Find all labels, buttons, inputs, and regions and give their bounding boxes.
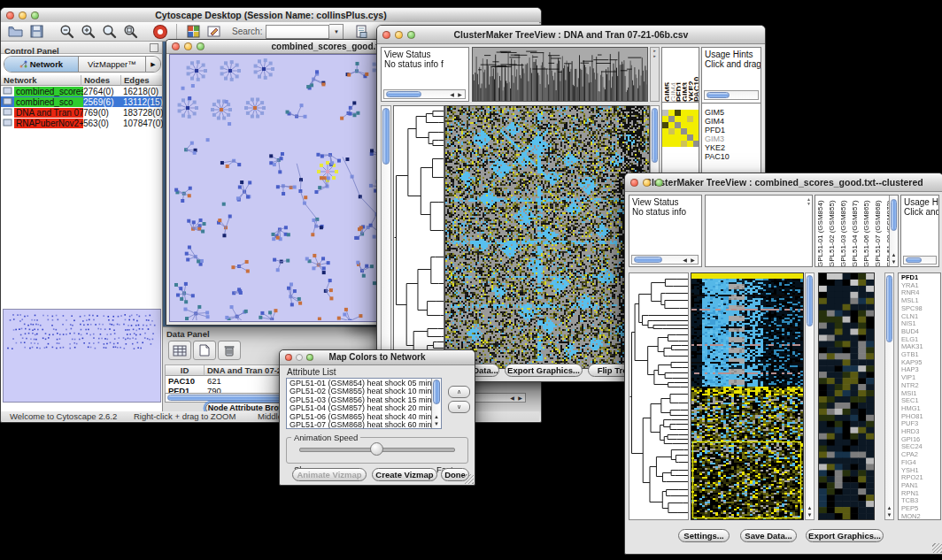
tab-vizmapper[interactable]: VizMapper™ bbox=[79, 57, 146, 72]
scroll-up-icon[interactable]: ▲ bbox=[806, 504, 814, 511]
tv1-column-label[interactable]: PFD1 bbox=[675, 50, 681, 102]
main-titlebar[interactable]: Cytoscape Desktop (Session Name: collins… bbox=[1, 8, 541, 23]
zoom-window-icon[interactable] bbox=[407, 31, 415, 39]
tv1-gene-item[interactable]: GIM4 bbox=[705, 117, 761, 126]
save-session-icon[interactable] bbox=[27, 23, 45, 41]
scroll-thumb[interactable] bbox=[382, 108, 390, 165]
tv2-heatmap-vscrollbar[interactable]: ▲ ▼ bbox=[805, 272, 815, 520]
scroll-thumb[interactable] bbox=[652, 108, 658, 163]
scroll-thumb[interactable] bbox=[433, 380, 440, 404]
delete-attribute-icon[interactable] bbox=[218, 341, 241, 360]
zoom-selected-icon[interactable] bbox=[121, 23, 139, 41]
scroll-down-icon[interactable]: ▼ bbox=[885, 511, 893, 518]
network-row[interactable]: RNAPuberNov2+ 563(0) 107847(0) bbox=[1, 118, 162, 128]
minimize-icon[interactable] bbox=[19, 12, 27, 19]
tab-overflow-arrow[interactable]: ▶ bbox=[146, 57, 160, 72]
col-nodes[interactable]: Nodes bbox=[81, 75, 121, 86]
birdseye-view[interactable] bbox=[3, 309, 161, 403]
scroll-up-icon[interactable]: ▲ bbox=[890, 251, 898, 258]
move-down-button[interactable]: ∨ bbox=[448, 401, 470, 413]
tv2-left-dendrogram-canvas[interactable] bbox=[629, 273, 688, 519]
zoom-window-icon[interactable] bbox=[306, 354, 313, 361]
birdseye-canvas[interactable] bbox=[4, 310, 160, 402]
zoom-fit-icon[interactable] bbox=[100, 23, 118, 41]
scroll-thumb[interactable] bbox=[706, 92, 730, 98]
scroll-left-icon[interactable]: ◀ bbox=[681, 256, 689, 265]
close-icon[interactable] bbox=[382, 31, 390, 39]
scroll-left-icon[interactable]: ◀ bbox=[448, 90, 456, 99]
annotation-icon[interactable] bbox=[205, 23, 223, 41]
scroll-thumb[interactable] bbox=[807, 275, 813, 326]
search-dropdown-button[interactable]: ▼ bbox=[329, 24, 344, 40]
tv1-gene-item[interactable]: PFD1 bbox=[705, 126, 761, 134]
help-lifesaver-icon[interactable] bbox=[151, 23, 169, 41]
tv1-left-dendrogram-canvas[interactable] bbox=[394, 106, 444, 368]
vizmapper-icon[interactable] bbox=[184, 23, 202, 41]
attribute-browser-icon[interactable] bbox=[352, 23, 370, 41]
tv2-labels-vscrollbar[interactable]: ▲ ▼ bbox=[889, 196, 898, 266]
resize-grip[interactable] bbox=[932, 543, 942, 553]
tab-network[interactable]: Network bbox=[4, 57, 79, 72]
create-vizmap-button[interactable]: Create Vizmap bbox=[372, 468, 437, 481]
tv1-top-dendrogram[interactable] bbox=[472, 47, 648, 102]
close-icon[interactable] bbox=[285, 354, 292, 361]
tv1-column-label[interactable]: GIM3 bbox=[681, 50, 687, 102]
attribute-option[interactable]: GPL51-07 (GSM868) heat shock 60 min bbox=[290, 421, 441, 429]
similarity-matrix[interactable] bbox=[662, 110, 699, 147]
tv2-left-dendrogram[interactable] bbox=[629, 272, 689, 520]
tv2-zoom-heatmap[interactable] bbox=[818, 272, 875, 520]
close-icon[interactable] bbox=[630, 179, 638, 187]
scroll-right-icon[interactable]: ▶ bbox=[456, 90, 464, 99]
tv2-array-label[interactable]: GPL51-01 (GSM854) bbox=[816, 196, 828, 267]
new-attribute-icon[interactable] bbox=[193, 341, 216, 360]
scroll-thumb[interactable] bbox=[634, 257, 662, 263]
network-row[interactable]: combined_sco 2569(6) 13112(15) bbox=[1, 96, 162, 107]
tv1-gene-item[interactable]: GIM5 bbox=[705, 108, 761, 117]
close-icon[interactable] bbox=[172, 42, 180, 50]
speed-slider-thumb[interactable] bbox=[370, 442, 383, 456]
scroll-right-icon[interactable]: ▶ bbox=[689, 256, 697, 265]
dialog-titlebar[interactable]: Map Colors to Network bbox=[280, 350, 475, 365]
search-input[interactable] bbox=[266, 25, 329, 39]
tv2-status-hscrollbar[interactable]: ◀ ▶ bbox=[631, 255, 699, 265]
close-icon[interactable] bbox=[6, 12, 14, 19]
tv2-usage-hscrollbar[interactable] bbox=[903, 256, 937, 265]
select-attributes-icon[interactable] bbox=[168, 341, 191, 360]
tv1-status-hscrollbar[interactable]: ◀ ▶ bbox=[383, 89, 466, 99]
scroll-up-icon[interactable]: ▲ bbox=[432, 413, 441, 420]
tv2-heatmap-canvas[interactable] bbox=[691, 273, 803, 519]
scroll-thumb[interactable] bbox=[906, 257, 922, 263]
zoom-in-icon[interactable] bbox=[79, 23, 97, 41]
move-up-button[interactable]: ∧ bbox=[448, 386, 470, 398]
minimize-icon[interactable] bbox=[184, 42, 192, 50]
col-edges[interactable]: Edges bbox=[121, 75, 162, 86]
tv2-heatmap[interactable] bbox=[691, 272, 804, 520]
scroll-thumb[interactable] bbox=[886, 275, 892, 342]
zoom-out-icon[interactable] bbox=[58, 23, 75, 41]
tv2-array-label[interactable]: GPL51-06 (GSM865) bbox=[862, 196, 874, 267]
tv1-left-vscrollbar[interactable]: ▲ ▼ bbox=[381, 105, 391, 372]
tv2-export-graphics-button[interactable]: Export Graphics... bbox=[806, 529, 884, 542]
treeview1-titlebar[interactable]: ClusterMaker TreeView : DNA and Tran 07-… bbox=[377, 26, 765, 44]
mini-arrows-icon[interactable]: ▲▼ bbox=[807, 197, 811, 206]
attribute-list-vscrollbar[interactable]: ▲ ▼ bbox=[431, 379, 441, 428]
scroll-thumb[interactable] bbox=[386, 91, 421, 97]
col-id[interactable]: ID bbox=[166, 365, 205, 376]
tv2-settings-button[interactable]: Settings... bbox=[678, 529, 730, 542]
tv2-save-data-button[interactable]: Save Data... bbox=[740, 529, 797, 542]
tv1-gene-item[interactable]: YKE2 bbox=[705, 143, 761, 152]
tv1-column-label[interactable]: GIM5 bbox=[663, 50, 669, 102]
tv1-column-label[interactable]: PAC10 bbox=[692, 50, 699, 102]
network-row[interactable]: combined_scores 2764(0) 16218(0) bbox=[1, 86, 162, 96]
tv2-zoom-heatmap-canvas[interactable] bbox=[819, 273, 874, 519]
tv2-zoom-vscrollbar[interactable]: ▲ ▼ bbox=[884, 272, 894, 520]
scroll-down-icon[interactable]: ▼ bbox=[890, 258, 898, 265]
tv1-gene-item[interactable]: PAC10 bbox=[705, 152, 761, 161]
minimize-icon[interactable] bbox=[395, 31, 403, 39]
tv1-heatmap-canvas[interactable] bbox=[445, 106, 649, 368]
zoom-window-icon[interactable] bbox=[655, 179, 663, 187]
tv2-array-label[interactable]: GPL51-07 (GSM868) bbox=[874, 196, 885, 267]
scroll-up-icon[interactable]: ▲ bbox=[885, 504, 893, 511]
tv2-gene-item[interactable]: MON2 bbox=[901, 513, 940, 520]
col-network[interactable]: Network bbox=[1, 75, 81, 86]
